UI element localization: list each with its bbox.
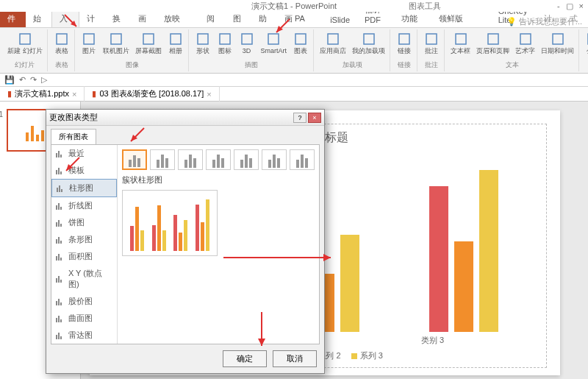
ribbon-smartart-button[interactable]: SmartArt	[259, 31, 289, 56]
contextual-tab-label: 图表工具	[409, 1, 441, 12]
ribbon-comment-button[interactable]: 批注	[422, 31, 441, 56]
svg-rect-6	[198, 34, 208, 44]
quick-access-toolbar: 💾 ↶ ↷ ▷	[0, 74, 588, 87]
chart-preview[interactable]	[122, 190, 218, 256]
svg-rect-12	[364, 34, 374, 44]
ribbon-album-button[interactable]: 相册	[166, 31, 185, 56]
ribbon-header-button[interactable]: 页眉和页脚	[475, 31, 511, 56]
ribbon-equation-button[interactable]: 公式	[584, 31, 588, 56]
svg-rect-9	[268, 34, 279, 44]
dialog-body: 最近模板柱形图折线图饼图条形图面积图X Y (散点图)股价图曲面图雷达图树状图旭…	[51, 144, 320, 344]
chart-subtype-3[interactable]	[206, 149, 231, 170]
title-bar: 演示文稿1 - PowerPoint 图表工具 - ▢ ×	[0, 0, 588, 12]
svg-rect-10	[295, 34, 306, 44]
chart-category-area[interactable]: 面积图	[51, 248, 117, 265]
ribbon-chart-button[interactable]: 图表	[291, 31, 310, 56]
qat-save-icon[interactable]: 💾	[4, 75, 15, 85]
chart-group-3	[429, 170, 498, 332]
chart-subtype-1[interactable]	[150, 149, 175, 170]
window-min-icon[interactable]: -	[557, 1, 560, 11]
chart-category-stock[interactable]: 股价图	[51, 293, 117, 310]
window-close-icon[interactable]: ×	[579, 1, 584, 11]
3d-icon	[240, 32, 254, 46]
ppt-icon: ▮	[7, 89, 12, 99]
addins-icon	[362, 32, 376, 46]
radar-icon	[56, 332, 65, 339]
chart-icon	[293, 32, 308, 46]
chart-subtype-2[interactable]	[178, 149, 203, 170]
qat-undo-icon[interactable]: ↶	[19, 75, 26, 85]
chart-category-scatter[interactable]: X Y (散点图)	[51, 265, 117, 293]
dialog-title-text: 更改图表类型	[49, 112, 98, 123]
window-max-icon[interactable]: ▢	[566, 1, 573, 11]
ppt-icon: ▮	[92, 89, 96, 99]
ribbon-icons-button[interactable]: 图标	[215, 31, 234, 56]
album-icon	[168, 32, 183, 46]
ribbon: 新建 幻灯片幻灯片表格表格图片联机图片屏幕截图相册图像形状图标3DSmartAr…	[0, 28, 588, 74]
ribbon-textbox-button[interactable]: 文本框	[449, 31, 472, 56]
bar-icon	[56, 236, 65, 244]
dialog-tab-all-charts[interactable]: 所有图表	[51, 129, 96, 144]
chart-category-radar[interactable]: 雷达图	[51, 327, 117, 344]
file-tab-1[interactable]: ▮03 图表&渐变色 [2018.08.17]×	[85, 86, 219, 102]
ribbon-wordart-button[interactable]: 艺术字	[514, 31, 537, 56]
ribbon-group-符号: 公式符号符号	[581, 29, 588, 71]
chart-category-bar[interactable]: 条形图	[51, 231, 117, 248]
ribbon-datetime-button[interactable]: 日期和时间	[539, 31, 576, 56]
smartart-icon	[266, 32, 281, 46]
close-tab-icon[interactable]: ×	[207, 90, 211, 99]
ribbon-store-button[interactable]: 应用商店	[318, 31, 348, 56]
chart-subtype-6[interactable]	[290, 149, 315, 170]
ribbon-picture-button[interactable]: 图片	[79, 31, 98, 56]
datetime-icon	[551, 32, 565, 46]
svg-rect-2	[84, 34, 94, 44]
bulb-icon: 💡	[506, 17, 517, 26]
ribbon-tab-11[interactable]: iSlide	[323, 13, 357, 27]
ribbon-table-button[interactable]: 表格	[52, 31, 71, 56]
chart-subtype-4[interactable]	[234, 149, 259, 170]
screenshot-icon	[141, 32, 156, 46]
ribbon-link-button[interactable]: 链接	[395, 31, 414, 56]
chart-category-surface[interactable]: 曲面图	[51, 310, 117, 327]
header-icon	[486, 32, 501, 46]
wordart-icon	[518, 32, 533, 46]
ribbon-screenshot-button[interactable]: 屏幕截图	[134, 31, 163, 56]
chart-category-pie[interactable]: 饼图	[51, 214, 117, 231]
ribbon-3d-button[interactable]: 3D	[237, 31, 257, 56]
ribbon-new-slide-button[interactable]: 新建 幻灯片	[6, 31, 44, 56]
chart-category-line[interactable]: 折线图	[51, 197, 117, 214]
bar-series2	[454, 241, 473, 332]
ribbon-addins-button[interactable]: 我的加载项	[351, 31, 387, 56]
svg-rect-14	[426, 34, 437, 44]
file-tab-0[interactable]: ▮演示文稿1.pptx×	[0, 86, 85, 102]
dialog-titlebar[interactable]: 更改图表类型 ? ×	[46, 110, 324, 126]
svg-rect-5	[171, 34, 181, 44]
picture-icon	[82, 32, 96, 46]
shapes-icon	[196, 32, 210, 46]
svg-rect-16	[488, 34, 498, 44]
chart-category-recent[interactable]: 最近	[51, 145, 117, 162]
qat-start-icon[interactable]: ▷	[41, 75, 47, 85]
chart-category-template[interactable]: 模板	[51, 162, 117, 179]
tell-me[interactable]: 💡 告诉我您想要什...	[506, 16, 582, 27]
svg-rect-17	[520, 34, 531, 44]
cancel-button[interactable]: 取消	[273, 350, 317, 367]
ok-button[interactable]: 确定	[223, 350, 267, 367]
icons-icon	[218, 32, 232, 46]
dialog-help-button[interactable]: ?	[293, 113, 306, 123]
svg-rect-15	[456, 34, 466, 44]
dialog-close-button[interactable]: ×	[308, 113, 321, 123]
subtype-area: 簇状柱形图	[118, 145, 319, 344]
chart-subtype-0[interactable]	[122, 149, 147, 170]
close-tab-icon[interactable]: ×	[72, 90, 76, 99]
chart-category-list: 最近模板柱形图折线图饼图条形图面积图X Y (散点图)股价图曲面图雷达图树状图旭…	[51, 145, 118, 344]
ribbon-online-pic-button[interactable]: 联机图片	[101, 31, 131, 56]
chart-category-column[interactable]: 柱形图	[51, 179, 117, 197]
chart-subtype-5[interactable]	[262, 149, 287, 170]
legend-swatch-icon	[351, 353, 357, 359]
qat-redo-icon[interactable]: ↷	[30, 75, 37, 85]
ribbon-tabs: 文件开始插入设计切换动画幻灯片放映审阅视图帮助口袋动画 PAiSlide福昕PD…	[0, 12, 588, 28]
online-pic-icon	[109, 32, 123, 46]
ribbon-shapes-button[interactable]: 形状	[193, 31, 212, 56]
store-icon	[326, 32, 340, 46]
